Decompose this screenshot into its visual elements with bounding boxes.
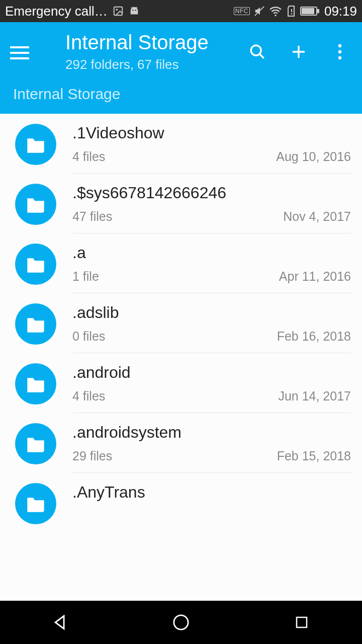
- nfc-icon: NFC: [234, 7, 250, 15]
- svg-point-2: [132, 10, 133, 11]
- android-icon: [129, 7, 140, 16]
- svg-rect-21: [297, 617, 307, 627]
- menu-icon[interactable]: [10, 44, 35, 59]
- folder-icon: [15, 244, 56, 285]
- folder-date: Apr 11, 2016: [279, 269, 351, 284]
- folder-name: .a: [72, 244, 351, 262]
- folder-icon: [15, 303, 56, 345]
- list-item[interactable]: .$sys667814266624647 filesNov 4, 2017: [0, 174, 362, 233]
- list-item[interactable]: .androidsystem29 filesFeb 15, 2018: [0, 413, 362, 473]
- svg-point-9: [291, 13, 293, 15]
- list-item[interactable]: .android4 filesJun 14, 2017: [0, 353, 362, 413]
- sim-alert-icon: [286, 5, 296, 17]
- page-title: Internal Storage: [65, 31, 248, 54]
- search-icon[interactable]: [248, 43, 266, 60]
- home-icon[interactable]: [169, 610, 193, 634]
- folder-icon: [15, 423, 56, 464]
- folder-name: .$sys6678142666246: [72, 184, 351, 202]
- svg-point-20: [174, 615, 188, 629]
- folder-icon: [15, 363, 56, 405]
- folder-file-count: 29 files: [72, 449, 112, 463]
- folder-icon: [15, 483, 56, 524]
- app-bar: Internal Storage 292 folders, 67 files: [0, 22, 362, 80]
- folder-icon: [15, 184, 56, 225]
- svg-rect-12: [302, 8, 314, 14]
- mute-icon: [254, 6, 265, 17]
- svg-rect-0: [114, 7, 122, 16]
- folder-date: Feb 15, 2018: [277, 449, 351, 463]
- list-item[interactable]: .a1 fileApr 11, 2016: [0, 233, 362, 293]
- folder-file-count: 47 files: [72, 209, 112, 224]
- svg-point-18: [338, 50, 341, 53]
- list-item[interactable]: .1Videoshow4 filesAug 10, 2016: [0, 114, 362, 174]
- folder-file-count: 0 files: [72, 329, 105, 344]
- recents-icon[interactable]: [290, 610, 314, 634]
- folder-icon: [15, 124, 56, 165]
- battery-icon: [300, 6, 320, 16]
- breadcrumb[interactable]: Internal Storage: [0, 80, 362, 114]
- list-item[interactable]: .adslib0 filesFeb 16, 2018: [0, 293, 362, 353]
- wifi-icon: [269, 6, 282, 17]
- folder-name: .1Videoshow: [72, 124, 351, 142]
- picture-icon: [113, 6, 124, 17]
- folder-file-count: 1 file: [72, 269, 99, 284]
- svg-point-3: [135, 10, 136, 11]
- system-nav-bar: [0, 601, 362, 644]
- overflow-menu-icon[interactable]: [331, 44, 349, 60]
- back-icon[interactable]: [48, 610, 72, 634]
- folder-name: .androidsystem: [72, 423, 351, 442]
- folder-file-count: 4 files: [72, 389, 105, 404]
- folder-name: .android: [72, 363, 351, 382]
- folder-name: .AnyTrans: [72, 483, 351, 502]
- folder-date: Nov 4, 2017: [283, 209, 351, 224]
- folder-name: .adslib: [72, 303, 351, 322]
- folder-date: Jun 14, 2017: [278, 389, 351, 404]
- svg-point-7: [275, 15, 276, 16]
- svg-point-13: [251, 45, 261, 55]
- folder-date: Feb 16, 2018: [277, 329, 351, 344]
- svg-point-19: [338, 56, 341, 59]
- status-clock: 09:19: [324, 4, 357, 19]
- svg-line-14: [259, 54, 264, 58]
- page-subtitle: 292 folders, 67 files: [65, 57, 248, 72]
- add-icon[interactable]: [290, 44, 308, 60]
- svg-point-17: [338, 44, 341, 47]
- folder-list[interactable]: .1Videoshow4 filesAug 10, 2016.$sys66781…: [0, 114, 362, 601]
- list-item[interactable]: .AnyTrans: [0, 473, 362, 524]
- folder-file-count: 4 files: [72, 149, 105, 164]
- status-bar: Emergency call… NFC 09:19: [0, 0, 362, 22]
- folder-date: Aug 10, 2016: [276, 149, 351, 164]
- svg-rect-11: [317, 9, 319, 13]
- status-emergency-text: Emergency call…: [5, 4, 108, 19]
- svg-point-1: [116, 9, 118, 11]
